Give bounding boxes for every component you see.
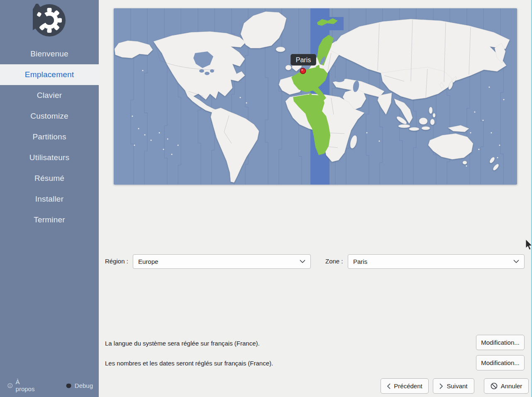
- sidebar-item-emplacement[interactable]: Emplacement: [0, 64, 99, 85]
- zone-label: Zone :: [325, 254, 343, 268]
- bug-icon: [66, 383, 72, 388]
- back-label: Précédent: [394, 382, 422, 390]
- chevron-down-icon: [300, 260, 305, 263]
- cancel-label: Annuler: [501, 382, 522, 390]
- sidebar-item-resume[interactable]: Résumé: [0, 168, 99, 189]
- cancel-button[interactable]: Annuler: [484, 378, 529, 394]
- sidebar: Bienvenue Emplacement Clavier Customize …: [0, 0, 99, 397]
- sidebar-item-clavier[interactable]: Clavier: [0, 85, 99, 106]
- timezone-map[interactable]: Paris: [114, 8, 517, 185]
- chevron-left-icon: [387, 383, 390, 389]
- chevron-down-icon: [513, 260, 519, 263]
- sidebar-item-terminer[interactable]: Terminer: [0, 209, 99, 230]
- region-value: Europe: [138, 258, 158, 265]
- about-label: À propos: [16, 378, 37, 392]
- back-button[interactable]: Précédent: [381, 378, 429, 394]
- location-step-page: Paris Région : Europe Zone : Paris La la…: [99, 0, 532, 397]
- sidebar-footer: À propos Debug: [0, 378, 99, 397]
- about-button[interactable]: À propos: [7, 378, 37, 392]
- installer-steps-nav: Bienvenue Emplacement Clavier Customize …: [0, 44, 99, 230]
- city-marker[interactable]: [300, 68, 306, 74]
- region-label: Région :: [105, 254, 128, 268]
- chevron-right-icon: [439, 383, 443, 389]
- debug-label: Debug: [75, 382, 93, 389]
- debug-button[interactable]: Debug: [66, 382, 93, 389]
- change-language-button[interactable]: Modification...: [476, 335, 525, 350]
- region-select[interactable]: Europe: [133, 254, 311, 269]
- zone-select[interactable]: Paris: [348, 254, 525, 269]
- installer-window: Bienvenue Emplacement Clavier Customize …: [0, 0, 532, 397]
- next-label: Suivant: [447, 382, 467, 390]
- change-locale-button[interactable]: Modification...: [476, 355, 525, 370]
- zone-value: Paris: [353, 258, 367, 265]
- city-tooltip: Paris: [290, 54, 316, 66]
- language-summary-text: La langue du système sera réglée sur fra…: [105, 339, 260, 347]
- cancel-icon: [491, 382, 498, 390]
- sidebar-item-bienvenue[interactable]: Bienvenue: [0, 44, 99, 64]
- sidebar-item-installer[interactable]: Installer: [0, 189, 99, 209]
- kubuntu-logo-icon: [33, 4, 66, 37]
- next-button[interactable]: Suivant: [433, 378, 474, 394]
- city-tooltip-label: Paris: [296, 56, 311, 63]
- kubuntu-logo: [0, 0, 99, 41]
- sidebar-item-utilisateurs[interactable]: Utilisateurs: [0, 147, 99, 168]
- sidebar-item-customize[interactable]: Customize: [0, 106, 99, 127]
- locale-summary-text: Les nombres et les dates seront réglés s…: [105, 359, 273, 367]
- info-icon: [7, 382, 13, 389]
- sidebar-item-partitions[interactable]: Partitions: [0, 127, 99, 147]
